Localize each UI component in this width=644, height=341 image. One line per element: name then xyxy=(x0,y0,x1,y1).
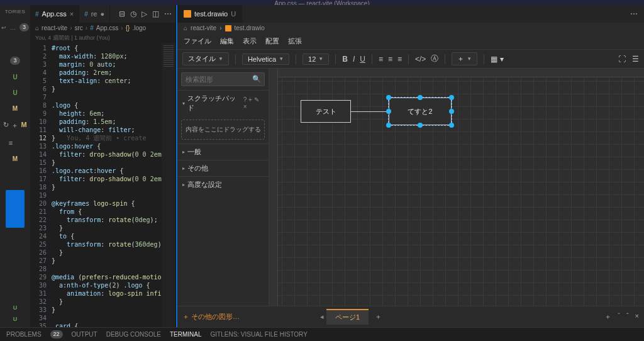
section-misc[interactable]: ▸その他 xyxy=(177,160,269,176)
activity-bar: TORIES ↩ … 3 3 U U M ↻ ＋ M ≡ xyxy=(0,5,30,327)
chevron-up-icon[interactable]: ˇ xyxy=(618,312,620,321)
close-icon[interactable]: × xyxy=(70,10,74,18)
drawio-pagebar: ＋ その他の図形… ◂ ページ1 ＋ ＋ ˇ ˆ × xyxy=(177,306,644,327)
zoom-out-icon[interactable]: ＋ xyxy=(604,312,611,321)
add-icon[interactable]: ＋ xyxy=(11,121,18,130)
add-page-button[interactable]: ＋ xyxy=(371,312,386,321)
bold-icon[interactable]: B xyxy=(342,55,348,64)
panel-debug-console[interactable]: DEBUG CONSOLE xyxy=(106,331,161,338)
table-icon[interactable]: ▦ ▾ xyxy=(491,55,503,64)
align-center-icon[interactable]: ≡ xyxy=(388,55,392,64)
ruler-horizontal xyxy=(269,69,644,77)
undo-icon[interactable]: ↩ xyxy=(1,25,6,31)
breadcrumb[interactable]: ⌂ react-vite › test.drawio xyxy=(177,23,644,33)
code-editor[interactable]: #root { max-width: 1280px; margin: 0 aut… xyxy=(52,43,175,327)
drawio-icon xyxy=(184,10,191,18)
resize-handle[interactable] xyxy=(386,123,391,128)
section-advanced[interactable]: ▸高度な設定 xyxy=(177,176,269,193)
scm-status[interactable]: M xyxy=(13,105,18,112)
diagram-edge[interactable] xyxy=(351,111,389,112)
tab-actions: ⊟ ◷ ▷ ◫ ⋯ xyxy=(115,9,175,18)
menu-view[interactable]: 表示 xyxy=(243,36,257,46)
style-select[interactable]: スタイル▼ xyxy=(182,52,229,65)
more-shapes-button[interactable]: ＋ その他の図形… xyxy=(182,312,240,321)
panel-output[interactable]: OUTPUT xyxy=(72,331,97,338)
more-icon[interactable]: ⋯ xyxy=(164,9,172,18)
modified-status: U xyxy=(231,10,236,18)
align-right-icon[interactable]: ≡ xyxy=(397,55,402,64)
css-icon: # xyxy=(90,25,94,31)
minimap[interactable] xyxy=(162,43,175,327)
resize-handle[interactable] xyxy=(449,123,454,128)
more-icon[interactable]: … xyxy=(10,25,16,31)
format-panel-icon[interactable]: ☰ xyxy=(632,55,639,64)
tab-secondary[interactable]: # re ● xyxy=(79,5,110,23)
menu-edit[interactable]: 編集 xyxy=(220,36,234,46)
compare-icon[interactable]: ⊟ xyxy=(119,9,125,18)
window-title: App.css — react-vite (Workspace) xyxy=(274,0,370,5)
gitlens-blame: You, 4 週間前 | 1 author (You) xyxy=(30,33,175,43)
diagram-node-a[interactable]: テスト xyxy=(301,100,351,123)
scm-status[interactable]: M xyxy=(13,155,18,162)
resize-handle[interactable] xyxy=(386,95,391,100)
scm-status[interactable]: U xyxy=(13,74,17,81)
line-gutter: 1234567891011121314151617181920212223242… xyxy=(30,43,52,327)
resize-handle[interactable] xyxy=(418,123,423,128)
breadcrumb[interactable]: ⌂ react-vite › src › # App.css › {} .log… xyxy=(30,23,175,33)
title-bar: App.css — react-vite (Workspace) xyxy=(0,0,644,5)
resize-handle[interactable] xyxy=(449,95,454,100)
page-tab[interactable]: ページ1 xyxy=(326,309,369,325)
tab-test-drawio[interactable]: test.drawio U xyxy=(177,5,242,23)
menu-arrange[interactable]: 配置 xyxy=(265,36,279,46)
timeline-icon[interactable]: ◷ xyxy=(130,9,136,18)
scm-status[interactable]: U xyxy=(13,316,18,322)
scm-status[interactable]: M xyxy=(21,121,26,130)
menu-extras[interactable]: 拡張 xyxy=(288,36,302,46)
run-icon[interactable]: ▷ xyxy=(142,9,147,18)
section-general[interactable]: ▸一般 xyxy=(177,143,269,160)
ruler-vertical xyxy=(269,69,278,306)
panel-terminal[interactable]: TERMINAL xyxy=(170,331,202,338)
resize-handle[interactable] xyxy=(386,109,391,114)
resize-handle[interactable] xyxy=(418,95,423,100)
panel-problems[interactable]: PROBLEMS xyxy=(6,331,42,338)
drawio-canvas[interactable]: テスト てすと2 xyxy=(269,69,644,306)
dirty-icon: ● xyxy=(100,10,104,18)
clear-format-icon[interactable]: Ⓐ xyxy=(431,53,438,64)
add-shape-button[interactable]: ＋▼ xyxy=(452,52,477,65)
scm-status[interactable]: U xyxy=(13,89,17,96)
align-left-icon[interactable]: ≡ xyxy=(379,55,383,64)
code-icon[interactable]: </> xyxy=(415,55,426,64)
bottom-panel: PROBLEMS 22 OUTPUT DEBUG CONSOLE TERMINA… xyxy=(0,327,644,341)
list-icon[interactable]: ≡ xyxy=(9,139,13,147)
editor-right-drawio: test.drawio U ⋯ ⌂ react-vite › test.draw… xyxy=(176,5,644,327)
symbol-icon: {} xyxy=(126,25,130,31)
underline-icon[interactable]: U xyxy=(360,55,365,64)
scm-badge: 3 xyxy=(10,57,19,65)
changes-count-badge: 3 xyxy=(19,23,29,31)
scratchpad-dropzone[interactable]: 内容をここにドラッグする xyxy=(181,120,265,140)
drawio-menubar: ファイル 編集 表示 配置 拡張 xyxy=(177,33,644,49)
scm-status[interactable]: U xyxy=(13,305,18,311)
scratchpad-header[interactable]: ▾ スクラッチパッド ? + ✎ × xyxy=(177,90,269,116)
more-icon[interactable]: ⋯ xyxy=(624,9,644,18)
split-icon[interactable]: ◫ xyxy=(152,9,159,18)
panel-gitlens[interactable]: GITLENS: VISUAL FILE HISTORY xyxy=(211,331,308,338)
tab-app-css[interactable]: # App.css × xyxy=(30,5,79,23)
fullscreen-icon[interactable]: ⛶ xyxy=(618,55,626,64)
close-icon[interactable]: × xyxy=(635,312,639,321)
problems-count-badge: 22 xyxy=(50,330,63,338)
menu-file[interactable]: ファイル xyxy=(184,36,211,46)
diagram-node-b[interactable]: てすと2 xyxy=(389,98,452,125)
editor-tabs: # App.css × # re ● ⊟ ◷ ▷ ◫ ⋯ xyxy=(30,5,175,23)
resize-handle[interactable] xyxy=(449,109,454,114)
chevron-down-icon[interactable]: ˆ xyxy=(626,312,629,321)
sidebar-heading: TORIES xyxy=(5,9,26,14)
search-icon[interactable]: 🔍 xyxy=(252,75,261,83)
font-select[interactable]: Helvetica▼ xyxy=(242,53,289,65)
italic-icon[interactable]: I xyxy=(353,55,355,64)
drawio-sidebar: 🔍 ▾ スクラッチパッド ? + ✎ × 内容をここにドラッグする ▸一般 ▸そ… xyxy=(177,69,269,306)
scratchpad-tools[interactable]: ? + ✎ × xyxy=(243,96,264,110)
refresh-icon[interactable]: ↻ xyxy=(3,121,9,130)
fontsize-select[interactable]: 12▼ xyxy=(303,53,329,65)
